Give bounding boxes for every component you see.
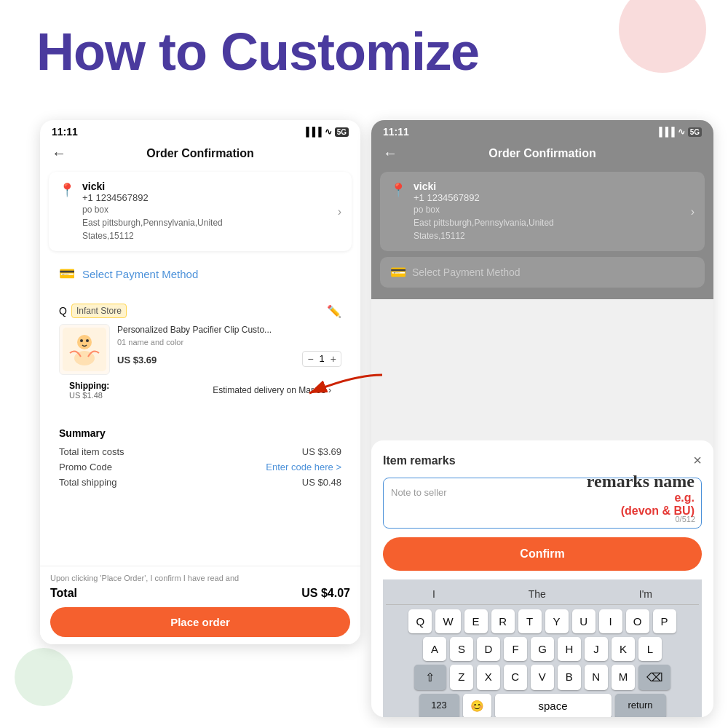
key-h[interactable]: H: [558, 637, 581, 661]
key-w[interactable]: W: [435, 609, 460, 633]
address-detail-left: po box East pittsburgh,Pennsylvania,Unit…: [82, 203, 331, 242]
suggestion-the[interactable]: The: [529, 588, 546, 600]
status-icons-right: ▐▐▐ ∿ 5G: [656, 127, 702, 137]
status-bar-right: 11:11 ▐▐▐ ∿ 5G: [371, 120, 713, 141]
address-detail-right: po box East pittsburgh,Pennsylvania,Unit…: [414, 203, 684, 242]
key-x[interactable]: X: [477, 665, 500, 690]
svg-point-1: [77, 335, 92, 349]
key-v[interactable]: V: [531, 665, 554, 690]
qty-number: 1: [320, 353, 325, 364]
key-t[interactable]: T: [518, 609, 542, 633]
payment-text-left: Select Payment Method: [82, 268, 198, 280]
qty-minus[interactable]: −: [307, 353, 313, 365]
svg-point-4: [86, 339, 89, 342]
back-button-right[interactable]: ←: [383, 145, 397, 162]
key-emoji[interactable]: 😊: [463, 694, 491, 717]
key-space[interactable]: space: [495, 694, 612, 717]
summary-title: Summary: [59, 427, 341, 439]
qty-control[interactable]: − 1 +: [302, 351, 341, 367]
location-icon-right: 📍: [390, 182, 406, 198]
phone-footer: Upon clicking 'Place Order', I confirm I…: [40, 566, 360, 644]
confirm-button[interactable]: Confirm: [383, 537, 702, 571]
address-card-left[interactable]: 📍 vicki +1 1234567892 po box East pittsb…: [49, 172, 352, 251]
key-123[interactable]: 123: [419, 694, 459, 717]
remarks-close-button[interactable]: ×: [693, 452, 702, 469]
summary-row-promo[interactable]: Promo Code Enter code here >: [59, 462, 341, 472]
suggestion-im[interactable]: I'm: [639, 588, 652, 600]
key-k[interactable]: K: [612, 637, 635, 661]
key-d[interactable]: D: [477, 637, 500, 661]
status-bar-left: 11:11 ▐▐▐ ∿ 5G: [40, 120, 360, 141]
bg-circle-pink: [619, 0, 706, 73]
payment-icon-right: 💳: [390, 264, 406, 280]
store-name-area: Q Infant Store: [59, 304, 127, 318]
location-icon-left: 📍: [59, 182, 75, 198]
keyboard-row-bottom: 123 😊 space return: [386, 694, 699, 717]
key-z[interactable]: Z: [450, 665, 473, 690]
key-l[interactable]: L: [638, 637, 662, 661]
total-label: Total: [50, 587, 77, 600]
address-phone-left: +1 1234567892: [82, 192, 331, 203]
shipping-price: US $1.48: [69, 391, 109, 400]
wifi-icon-right: ∿: [678, 127, 685, 137]
address-content-left: vicki +1 1234567892 po box East pittsbur…: [82, 181, 331, 242]
keyboard-row-2: A S D F G H J K L: [386, 637, 699, 661]
key-g[interactable]: G: [531, 637, 554, 661]
wifi-icon: ∿: [325, 127, 332, 137]
key-backspace[interactable]: ⌫: [638, 665, 670, 690]
key-u[interactable]: U: [572, 609, 596, 633]
keyboard: I The I'm Q W E R T Y U I O P A S D F: [383, 579, 702, 717]
product-price-left: US $3.69: [117, 355, 157, 365]
payment-icon-left: 💳: [59, 266, 75, 282]
key-b[interactable]: B: [558, 665, 581, 690]
shipping-label: Shipping:: [69, 381, 109, 391]
keyboard-suggestions: I The I'm: [386, 585, 699, 605]
key-y[interactable]: Y: [545, 609, 569, 633]
product-info-left: Personalized Baby Pacifier Clip Custo...…: [117, 324, 341, 367]
key-e[interactable]: E: [464, 609, 488, 633]
key-shift[interactable]: ⇧: [414, 665, 446, 690]
back-button-left[interactable]: ←: [52, 145, 66, 162]
status-icons-left: ▐▐▐ ∿ 5G: [303, 127, 349, 137]
bg-circle-green: [15, 648, 73, 706]
product-qty-row: US $3.69 − 1 +: [117, 351, 341, 367]
footer-disclaimer: Upon clicking 'Place Order', I confirm I…: [50, 574, 350, 582]
payment-row-left[interactable]: 💳 Select Payment Method: [49, 257, 352, 290]
svg-point-3: [80, 339, 83, 342]
address-name-left: vicki: [82, 181, 331, 192]
key-n[interactable]: N: [585, 665, 608, 690]
remarks-modal: Item remarks × Note to seller 0/512 rema…: [371, 440, 713, 717]
remarks-placeholder: Note to seller: [391, 487, 447, 498]
suggestion-i[interactable]: I: [432, 588, 435, 600]
signal-icon-right: ▐▐▐: [656, 127, 675, 137]
key-s[interactable]: S: [450, 637, 473, 661]
address-content-right: vicki +1 1234567892 po box East pittsbur…: [414, 181, 684, 242]
right-dark-section: 11:11 ▐▐▐ ∿ 5G ← Order Confirmation 📍 vi…: [371, 120, 713, 299]
key-c[interactable]: C: [504, 665, 527, 690]
nav-bar-left: ← Order Confirmation: [40, 141, 360, 166]
address-card-right[interactable]: 📍 vicki +1 1234567892 po box East pittsb…: [380, 172, 705, 251]
total-value: US $4.07: [301, 587, 350, 600]
page-title-right: Order Confirmation: [488, 147, 596, 160]
keyboard-row-3: ⇧ Z X C V B N M ⌫: [386, 665, 699, 690]
key-o[interactable]: O: [626, 609, 649, 633]
key-m[interactable]: M: [612, 665, 636, 690]
key-q[interactable]: Q: [408, 609, 432, 633]
keyboard-row-1: Q W E R T Y U I O P: [386, 609, 699, 633]
page-title-left: Order Confirmation: [146, 147, 254, 160]
network-icon-right: 5G: [688, 127, 702, 137]
key-i[interactable]: I: [599, 609, 622, 633]
qty-plus[interactable]: +: [331, 353, 336, 365]
key-f[interactable]: F: [504, 637, 527, 661]
key-r[interactable]: R: [491, 609, 515, 633]
product-image-left: [59, 324, 110, 375]
payment-row-right[interactable]: 💳 Select Payment Method: [380, 257, 705, 288]
place-order-button[interactable]: Place order: [50, 607, 350, 637]
product-title-left: Personalized Baby Pacifier Clip Custo...: [117, 324, 341, 336]
key-a[interactable]: A: [423, 637, 446, 661]
edit-icon-left[interactable]: ✏️: [327, 304, 341, 318]
key-p[interactable]: P: [653, 609, 676, 633]
key-j[interactable]: J: [585, 637, 608, 661]
key-return[interactable]: return: [615, 694, 666, 717]
summary-row-items: Total item costs US $3.69: [59, 446, 341, 457]
